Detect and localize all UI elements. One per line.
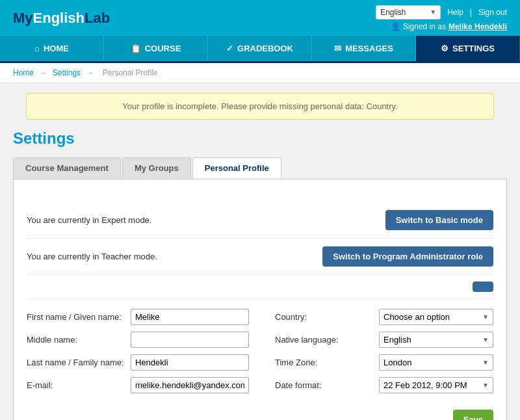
settings-tabs: Course Management My Groups Personal Pro… xyxy=(13,157,507,179)
timezone-dropdown-icon: ▼ xyxy=(482,359,489,366)
teacher-mode-row: You are currently in Teacher mode. Switc… xyxy=(27,239,493,275)
middle-name-label: Middle name: xyxy=(27,335,131,345)
change-password-button[interactable] xyxy=(473,282,493,292)
settings-icon: ⚙ xyxy=(441,44,448,53)
page-title: Settings xyxy=(13,129,507,148)
signout-link[interactable]: Sign out xyxy=(478,8,507,17)
timezone-label: Time Zone: xyxy=(275,358,379,367)
middle-name-input[interactable] xyxy=(131,332,249,348)
expert-mode-text: You are currently in Expert mode. xyxy=(27,215,151,225)
tab-panel: You are currently in Expert mode. Switch… xyxy=(13,179,507,420)
expert-mode-row: You are currently in Expert mode. Switch… xyxy=(27,202,493,239)
breadcrumb: Home → Settings → Personal Profile xyxy=(0,63,520,83)
user-icon: 👤 xyxy=(391,22,400,31)
switch-basic-mode-button[interactable]: Switch to Basic mode xyxy=(385,210,493,230)
nav-course-label: COURSE xyxy=(145,44,181,53)
country-value: Choose an option xyxy=(384,312,450,322)
native-language-dropdown-icon: ▼ xyxy=(482,336,489,343)
email-input[interactable] xyxy=(131,377,249,393)
nav-settings-label: SETTINGS xyxy=(452,44,495,53)
native-language-value: English xyxy=(384,335,411,345)
middle-name-row: Middle name: xyxy=(27,332,249,348)
signed-in-text: Signed in as xyxy=(403,22,446,31)
language-selector[interactable]: English ▼ xyxy=(376,5,441,20)
main-content: Settings Course Management My Groups Per… xyxy=(0,129,520,420)
date-format-dropdown-icon: ▼ xyxy=(482,382,489,389)
nav-messages-label: MESSAGES xyxy=(345,44,393,53)
native-language-row: Native language: English ▼ xyxy=(275,332,493,348)
logo-lab: Lab xyxy=(84,10,110,27)
last-name-input[interactable] xyxy=(131,354,249,371)
switch-admin-role-button[interactable]: Switch to Program Administrator role xyxy=(322,246,493,267)
header-links: Help | Sign out xyxy=(447,8,507,17)
timezone-select[interactable]: London ▼ xyxy=(379,354,493,371)
logo-english: English xyxy=(33,10,84,27)
native-language-select[interactable]: English ▼ xyxy=(379,332,493,348)
tab-my-groups[interactable]: My Groups xyxy=(122,157,191,179)
alert-banner: Your profile is incomplete. Please provi… xyxy=(26,93,494,120)
first-name-input[interactable] xyxy=(131,309,249,325)
change-password-row xyxy=(27,275,493,299)
tab-personal-profile[interactable]: Personal Profile xyxy=(192,157,281,179)
breadcrumb-settings[interactable]: Settings xyxy=(53,68,81,77)
native-language-label: Native language: xyxy=(275,335,379,345)
timezone-row: Time Zone: London ▼ xyxy=(275,354,493,371)
header-top-row: English ▼ Help | Sign out xyxy=(376,5,507,20)
last-name-row: Last name / Family name: xyxy=(27,354,249,371)
help-link[interactable]: Help xyxy=(447,8,463,17)
email-label: E-mail: xyxy=(27,380,131,390)
nav-settings[interactable]: ⚙ SETTINGS xyxy=(416,36,520,61)
app-logo: My English Lab xyxy=(13,10,110,27)
home-icon: ⌂ xyxy=(34,44,40,53)
date-format-row: Date format: 22 Feb 2012, 9:00 PM ▼ xyxy=(275,377,493,393)
signed-in-user[interactable]: Melike Hendekli xyxy=(448,22,507,31)
breadcrumb-current: Personal Profile xyxy=(103,68,158,77)
logo-my: My xyxy=(13,10,33,27)
nav-course[interactable]: 📋 COURSE xyxy=(104,36,208,61)
header-right: English ▼ Help | Sign out 👤 Signed in as… xyxy=(376,5,507,31)
form-left: First name / Given name: Middle name: La… xyxy=(27,309,249,400)
date-format-value: 22 Feb 2012, 9:00 PM xyxy=(384,380,467,390)
save-button[interactable]: Save xyxy=(453,410,493,420)
country-label: Country: xyxy=(275,312,379,322)
tab-course-management[interactable]: Course Management xyxy=(13,157,121,179)
country-dropdown-icon: ▼ xyxy=(482,313,489,321)
first-name-label: First name / Given name: xyxy=(27,312,131,322)
course-icon: 📋 xyxy=(131,44,141,53)
main-navigation: ⌂ HOME 📋 COURSE ✓ GRADEBOOK ✉ MESSAGES ⚙… xyxy=(0,36,520,63)
language-label: English xyxy=(380,8,406,17)
nav-gradebook-label: GRADEBOOK xyxy=(237,44,293,53)
profile-form: First name / Given name: Middle name: La… xyxy=(27,309,493,400)
gradebook-icon: ✓ xyxy=(226,44,233,53)
nav-gradebook[interactable]: ✓ GRADEBOOK xyxy=(208,36,312,61)
first-name-row: First name / Given name: xyxy=(27,309,249,325)
nav-messages[interactable]: ✉ MESSAGES xyxy=(312,36,416,61)
last-name-label: Last name / Family name: xyxy=(27,358,131,367)
nav-home-label: HOME xyxy=(44,44,69,53)
header-separator: | xyxy=(470,8,472,17)
email-row: E-mail: xyxy=(27,377,249,393)
timezone-value: London xyxy=(384,358,411,367)
nav-home[interactable]: ⌂ HOME xyxy=(0,36,104,61)
save-row: Save xyxy=(27,410,493,420)
signed-in-info: 👤 Signed in as Melike Hendekli xyxy=(391,22,507,31)
language-dropdown-icon: ▼ xyxy=(430,8,436,16)
teacher-mode-text: You are currently in Teacher mode. xyxy=(27,252,157,261)
messages-icon: ✉ xyxy=(334,44,341,53)
date-format-select[interactable]: 22 Feb 2012, 9:00 PM ▼ xyxy=(379,377,493,393)
breadcrumb-home[interactable]: Home xyxy=(13,68,34,77)
breadcrumb-sep1: → xyxy=(39,68,47,77)
country-row: Country: Choose an option ▼ xyxy=(275,309,493,325)
alert-message: Your profile is incomplete. Please provi… xyxy=(122,101,397,111)
country-select[interactable]: Choose an option ▼ xyxy=(379,309,493,325)
breadcrumb-sep2: → xyxy=(86,68,94,77)
date-format-label: Date format: xyxy=(275,380,379,390)
form-right: Country: Choose an option ▼ Native langu… xyxy=(275,309,493,400)
